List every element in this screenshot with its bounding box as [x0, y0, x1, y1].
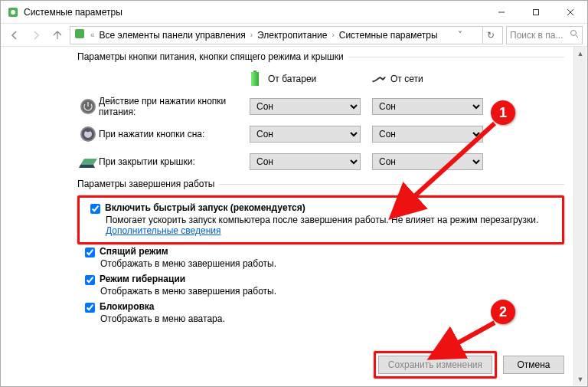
- fastboot-checkbox[interactable]: [90, 204, 100, 214]
- svg-line-8: [576, 35, 578, 38]
- scroll-up-icon[interactable]: ▲: [574, 47, 586, 60]
- forward-button[interactable]: [27, 26, 45, 44]
- column-headers: От батареи От сети: [77, 68, 564, 90]
- callout-2: 2: [491, 300, 515, 324]
- power-ac-combo[interactable]: Сон: [372, 98, 483, 115]
- button-row: Сохранить изменения Отмена: [374, 351, 564, 379]
- dropdown-chevron-icon[interactable]: ˅: [452, 27, 469, 44]
- address-bar: « Все элементы панели управления › Элект…: [1, 24, 587, 47]
- search-input[interactable]: Поиск в па...: [506, 26, 583, 44]
- breadcrumb[interactable]: « Все элементы панели управления › Элект…: [70, 26, 503, 44]
- svg-point-7: [571, 31, 577, 36]
- sleep-opt-desc: Отображать в меню завершения работы.: [100, 258, 564, 269]
- app-icon: [7, 6, 19, 18]
- plug-icon: [372, 68, 386, 90]
- group-header-shutdown: Параметры завершения работы: [77, 179, 564, 189]
- maximize-button[interactable]: [518, 1, 553, 23]
- lock-label: Блокировка: [100, 301, 155, 312]
- save-button[interactable]: Сохранить изменения: [378, 356, 492, 374]
- up-button[interactable]: [48, 26, 67, 44]
- svg-rect-11: [251, 72, 259, 86]
- fastboot-desc: Помогает ускорить запуск компьютера посл…: [106, 215, 559, 236]
- lid-icon: [77, 151, 99, 172]
- row-lid: При закрытии крышки: Сон Сон: [77, 151, 564, 172]
- crumb-sys[interactable]: Системные параметры: [339, 30, 438, 41]
- more-info-link[interactable]: Дополнительные сведения: [106, 225, 220, 236]
- vertical-scrollbar[interactable]: ▲ ▼: [573, 47, 586, 385]
- control-panel-icon: [74, 28, 86, 42]
- power-icon: [77, 96, 99, 117]
- sleep-battery-combo[interactable]: Сон: [250, 126, 361, 143]
- crumb-all[interactable]: Все элементы панели управления: [100, 30, 246, 41]
- titlebar: Системные параметры: [1, 1, 587, 24]
- row-lid-label: При закрытии крышки:: [99, 156, 250, 167]
- row-power-label: Действие при нажатии кнопки питания:: [99, 96, 250, 117]
- content-area: Параметры кнопки питания, кнопки спящего…: [1, 47, 572, 386]
- window-title: Системные параметры: [24, 7, 122, 18]
- search-text: Поиск в па...: [510, 30, 567, 41]
- sleep-checkbox[interactable]: [85, 248, 95, 257]
- sleep-icon: [77, 123, 99, 145]
- sleep-ac-combo[interactable]: Сон: [372, 126, 483, 143]
- lock-checkbox[interactable]: [85, 303, 95, 313]
- chevron-right-icon: ›: [249, 31, 254, 39]
- fastboot-label: Включить быстрый запуск (рекомендуется): [105, 202, 305, 213]
- callout-1: 1: [491, 100, 515, 125]
- search-icon: [570, 29, 579, 41]
- crumb-power[interactable]: Электропитание: [257, 30, 327, 41]
- svg-rect-3: [533, 9, 538, 15]
- cancel-button[interactable]: Отмена: [503, 356, 564, 374]
- chevron-right-icon: ›: [330, 31, 335, 39]
- row-sleep-label: При нажатии кнопки сна:: [99, 129, 250, 139]
- annotation-box-1: Включить быстрый запуск (рекомендуется) …: [77, 195, 564, 244]
- svg-rect-9: [253, 71, 256, 72]
- hibernate-desc: Отображать в меню завершения работы.: [100, 286, 564, 297]
- scroll-down-icon[interactable]: ▼: [574, 372, 586, 385]
- close-button[interactable]: [553, 1, 587, 23]
- refresh-button[interactable]: ↻: [482, 27, 499, 44]
- annotation-box-2: Сохранить изменения: [374, 351, 497, 379]
- hibernate-checkbox[interactable]: [85, 275, 95, 285]
- sleep-opt-label: Спящий режим: [100, 246, 168, 257]
- group-header-buttons: Параметры кнопки питания, кнопки спящего…: [77, 51, 564, 62]
- hibernate-label: Режим гибернации: [100, 274, 185, 284]
- back-button[interactable]: [5, 26, 24, 44]
- battery-icon: [250, 68, 263, 90]
- minimize-button[interactable]: [484, 1, 518, 23]
- chevron-left-icon: «: [89, 31, 96, 39]
- col-ac: От сети: [372, 68, 495, 90]
- lid-battery-combo[interactable]: Сон: [250, 153, 361, 170]
- col-battery: От батареи: [250, 68, 372, 90]
- svg-rect-6: [75, 29, 84, 38]
- lid-ac-combo[interactable]: Сон: [372, 153, 483, 170]
- window-frame: Системные параметры « Все элементы панел…: [0, 0, 588, 387]
- row-sleep-button: При нажатии кнопки сна: Сон Сон: [77, 123, 564, 145]
- svg-point-1: [11, 10, 15, 15]
- power-battery-combo[interactable]: Сон: [250, 98, 361, 115]
